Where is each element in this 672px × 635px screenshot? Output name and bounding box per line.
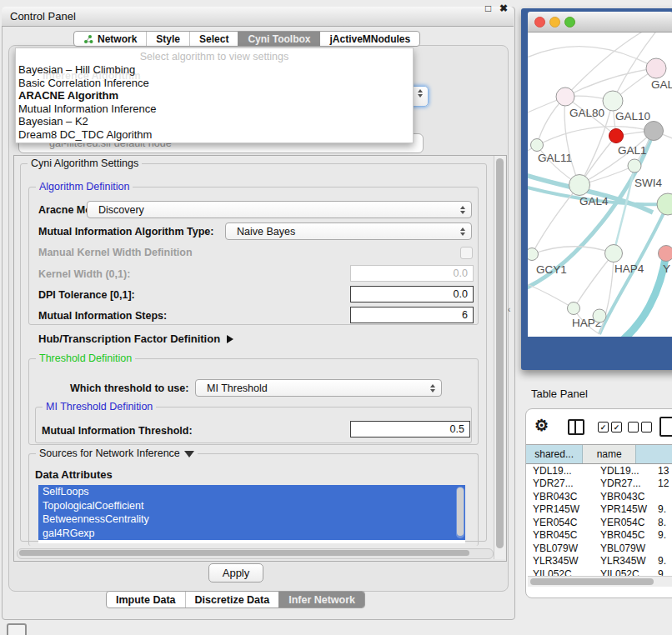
table-cell: YER054C xyxy=(592,517,654,528)
which-threshold-combo[interactable]: MI Threshold xyxy=(195,379,442,397)
sources-title[interactable]: Sources for Network Inference xyxy=(36,448,198,459)
table-cell: YBR043C xyxy=(526,491,592,502)
network-node-gcy1[interactable] xyxy=(528,248,539,261)
corner-button[interactable] xyxy=(7,623,27,635)
minimize-traffic-light-icon[interactable] xyxy=(549,17,560,28)
table-panel-title: Table Panel xyxy=(531,388,588,400)
network-node-hap4[interactable] xyxy=(605,245,623,262)
tab-label: Cyni Toolbox xyxy=(248,33,310,45)
table-row[interactable]: YBR045CYBR045C9. xyxy=(526,529,672,542)
kernel-width-field[interactable]: 0.0 xyxy=(350,265,474,282)
table-row[interactable]: YER054CYER054C8. xyxy=(526,516,672,529)
tab-network[interactable]: Network xyxy=(74,32,146,46)
algorithm-option[interactable]: Bayesian – K2 xyxy=(16,115,413,128)
aracne-mode-combo[interactable]: Discovery xyxy=(87,201,472,218)
table-row[interactable]: YBR043CYBR043C xyxy=(526,490,672,503)
apply-button[interactable]: Apply xyxy=(208,563,263,582)
network-edge[interactable] xyxy=(528,282,574,308)
restore-icon[interactable]: □ xyxy=(485,2,491,14)
network-node-hap2[interactable] xyxy=(568,302,580,315)
network-node-gal4[interactable] xyxy=(569,175,590,196)
table-cell: 12 xyxy=(654,478,669,489)
settings-horizontal-scrollbar[interactable] xyxy=(17,548,494,559)
table-row[interactable]: YDR27...YDR27...12 xyxy=(526,478,672,491)
table-row[interactable]: YDL19...YDL19...13 xyxy=(526,464,672,478)
scrollbar-thumb[interactable] xyxy=(530,578,654,585)
deselect-all-columns-icon[interactable] xyxy=(628,422,652,432)
mi-algorithm-type-combo[interactable]: Naive Bayes xyxy=(225,222,472,240)
network-node-gal1[interactable] xyxy=(628,159,641,172)
panel-divider-handle[interactable]: ‹ xyxy=(508,305,510,314)
network-node-gal11[interactable] xyxy=(531,139,544,152)
network-node[interactable] xyxy=(593,309,606,322)
data-attribute-item[interactable]: gal4RGexp xyxy=(38,527,465,541)
data-attribute-item[interactable]: SelfLoops xyxy=(38,485,465,499)
column-header[interactable]: shared... xyxy=(526,445,583,463)
data-attribute-item[interactable]: TopologicalCoefficient xyxy=(38,499,465,513)
table-panel: ⚙ ✓✓ shared...name YDL19...YDL19...13YDR… xyxy=(525,408,672,598)
network-node-y[interactable] xyxy=(659,246,672,262)
mi-algorithm-type-label: Mutual Information Algorithm Type: xyxy=(38,226,213,238)
tab-jactivemnodules[interactable]: jActiveMNodules xyxy=(320,32,420,46)
tab-impute-data[interactable]: Impute Data xyxy=(107,592,185,608)
zoom-traffic-light-icon[interactable] xyxy=(564,17,575,28)
network-node-swi4[interactable] xyxy=(657,193,672,215)
network-node-gal80[interactable] xyxy=(556,88,574,106)
columns-icon[interactable] xyxy=(568,419,584,435)
algorithm-option[interactable]: ARACNE Algorithm xyxy=(16,89,413,102)
dpi-tolerance-field[interactable]: 0.0 xyxy=(350,286,474,302)
table-row[interactable]: YPR145WYPR145W9. xyxy=(526,503,672,517)
new-table-icon[interactable] xyxy=(659,417,672,437)
node-label: SWI4 xyxy=(634,177,662,189)
manual-kernel-width-checkbox[interactable] xyxy=(460,247,473,259)
tab-infer-network[interactable]: Infer Network xyxy=(278,592,364,608)
scrollbar-thumb[interactable] xyxy=(19,550,469,556)
select-all-columns-icon[interactable]: ✓✓ xyxy=(598,422,622,432)
control-panel-title: Control Panel xyxy=(10,10,76,22)
manual-kernel-width-label: Manual Kernel Width Definition xyxy=(38,247,193,258)
network-node-gal10[interactable] xyxy=(603,91,623,111)
network-view-window[interactable]: GALGAL80GAL10GAL11GAL1GAL4SWI4GCY1HAP4YH… xyxy=(521,8,672,370)
mi-threshold-field[interactable]: 0.5 xyxy=(350,421,470,438)
tab-style[interactable]: Style xyxy=(146,32,189,46)
attributes-scrollbar[interactable] xyxy=(456,487,464,538)
gear-icon[interactable]: ⚙ xyxy=(534,416,549,435)
mi-steps-field[interactable]: 6 xyxy=(350,307,474,323)
table-cell: YBR043C xyxy=(592,491,654,502)
settings-vertical-scrollbar[interactable] xyxy=(494,156,505,559)
tab-label: Select xyxy=(199,33,228,45)
tab-cyni-toolbox[interactable]: Cyni Toolbox xyxy=(238,32,319,46)
network-graph: GALGAL80GAL10GAL11GAL1GAL4SWI4GCY1HAP4YH… xyxy=(528,32,672,337)
network-node[interactable] xyxy=(644,122,664,141)
column-header[interactable] xyxy=(636,445,672,463)
column-header[interactable]: name xyxy=(583,445,636,463)
tab-select[interactable]: Select xyxy=(189,32,238,46)
which-threshold-label: Which threshold to use: xyxy=(70,382,188,394)
table-row[interactable]: YLR345WYLR345W9. xyxy=(526,555,672,568)
scrollbar-thumb[interactable] xyxy=(496,158,504,548)
table-horizontal-scrollbar[interactable] xyxy=(528,576,672,587)
network-node-gal[interactable] xyxy=(646,58,666,78)
table-cell: YPR145W xyxy=(592,503,654,515)
node-label: Y xyxy=(663,262,670,275)
network-edge[interactable] xyxy=(574,253,614,308)
network-node[interactable] xyxy=(609,129,624,143)
network-window-titlebar xyxy=(528,12,672,32)
data-attributes-list[interactable]: SelfLoopsTopologicalCoefficientBetweenne… xyxy=(38,485,465,543)
close-icon[interactable]: ✖ xyxy=(499,2,508,14)
table-cell: YBR045C xyxy=(592,529,654,541)
close-traffic-light-icon[interactable] xyxy=(534,17,545,28)
scrollbar-thumb[interactable] xyxy=(457,488,464,536)
hub-definition-toggle[interactable]: Hub/Transcription Factor Definition xyxy=(38,332,233,345)
algorithm-option[interactable]: Dream8 DC_TDC Algorithm xyxy=(16,128,413,142)
table-row[interactable]: YBL079WYBL079W xyxy=(526,542,672,555)
data-attribute-item[interactable]: BetweennessCentrality xyxy=(38,512,465,527)
network-canvas[interactable]: GALGAL80GAL10GAL11GAL1GAL4SWI4GCY1HAP4YH… xyxy=(528,32,672,337)
algorithm-option[interactable]: Mutual Information Inference xyxy=(16,102,413,116)
network-edge[interactable] xyxy=(614,166,634,253)
table-cell: YLR345W xyxy=(592,555,654,567)
tab-discretize-data[interactable]: Discretize Data xyxy=(185,592,279,608)
table-cell: YLR345W xyxy=(526,555,592,567)
table-cell: YER054C xyxy=(526,517,592,528)
tab-label: Network xyxy=(98,33,137,45)
